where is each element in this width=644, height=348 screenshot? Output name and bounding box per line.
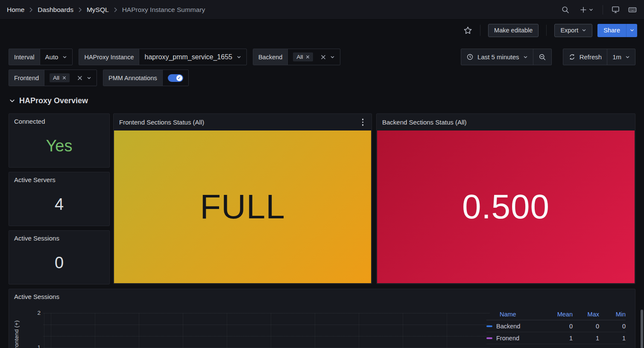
legend-mean: 0 [546, 323, 573, 330]
legend-row-backend: Backend 0 0 0 [486, 320, 626, 332]
variable-backend: Backend All [253, 49, 340, 65]
panel-connected: Connected Yes [9, 113, 110, 168]
pmm-annotations-label: PMM Annotations [103, 70, 163, 86]
actions-divider [480, 25, 480, 36]
section-title: HAProxy Overview [19, 96, 88, 105]
clock-icon [466, 53, 474, 61]
refresh-picker: Refresh 1m [563, 49, 635, 65]
clear-selection-icon[interactable] [77, 75, 82, 81]
panel-active-servers: Active Servers 4 [9, 172, 110, 226]
breadcrumb-dashboards[interactable]: Dashboards [38, 6, 73, 14]
panel-title[interactable]: Active Sessions [9, 231, 109, 242]
legend-header-max[interactable]: Max [573, 311, 599, 318]
pmm-annotations-toggle[interactable]: ✓ [168, 74, 183, 82]
legend-max: 1 [573, 335, 599, 342]
keyboard-icon[interactable] [628, 5, 637, 14]
legend-header-min[interactable]: Min [599, 311, 626, 318]
legend-row-fronend: Fronend 1 1 1 [486, 332, 626, 344]
backend-chip-label: All [296, 54, 303, 60]
panel-menu-kebab-icon[interactable] [360, 117, 366, 128]
y-axis-tick: 2 [30, 310, 41, 316]
share-button-group: Share [597, 24, 637, 37]
chevron-down-icon [630, 29, 634, 32]
backend-select[interactable]: All [288, 49, 340, 65]
close-icon[interactable] [306, 55, 310, 59]
panel-title[interactable]: Backend Sections Status (All) [382, 119, 467, 126]
frontend-label: Frontend [9, 70, 44, 86]
refresh-label: Refresh [580, 53, 602, 61]
panel-frontend-sections-status: Frontend Sections Status (All) FULL [113, 113, 372, 284]
legend-header-row: Name Mean Max Min [486, 309, 626, 320]
legend-header-name[interactable]: Name [486, 311, 546, 318]
variable-interval: Interval Auto [9, 49, 73, 65]
legend-min: 1 [599, 335, 626, 342]
interval-label: Interval [9, 49, 40, 65]
zoom-out-icon [539, 53, 546, 61]
legend-mean: 1 [546, 335, 573, 342]
legend-header-mean[interactable]: Mean [546, 311, 573, 318]
export-button-label: Export [560, 27, 578, 34]
interval-value: Auto [45, 53, 59, 61]
time-range-button[interactable]: Last 5 minutes [461, 49, 533, 65]
pmm-annotations-toggle-wrap: ✓ [163, 70, 188, 86]
panel-active-sessions-stat: Active Sessions 0 [9, 230, 110, 284]
panel-title[interactable]: Connected [9, 114, 109, 125]
stat-value-active-sessions: 0 [55, 254, 64, 272]
haproxy-instance-label: HAProxy Instance [79, 49, 139, 65]
breadcrumb: Home Dashboards MySQL HAProxy Instance S… [7, 6, 205, 14]
star-icon[interactable] [463, 26, 472, 35]
interval-select[interactable]: Auto [40, 49, 73, 65]
chevron-right-icon [78, 7, 82, 12]
frontend-chip-label: All [53, 75, 59, 81]
chevron-down-icon [523, 55, 528, 59]
panel-active-sessions-chart: Active Sessions Frontend (+) 2 1 Name Me… [9, 289, 635, 348]
zoom-out-button[interactable] [533, 49, 551, 65]
share-menu-caret[interactable] [626, 24, 637, 37]
chevron-down-icon [330, 55, 335, 59]
series-name-backend[interactable]: Backend [496, 323, 520, 330]
panel-backend-sections-status: Backend Sections Status (All) 0.500 [376, 113, 635, 284]
chevron-down-icon [9, 99, 15, 103]
export-button[interactable]: Export [554, 24, 592, 37]
legend-min: 0 [599, 323, 626, 330]
new-plus-icon[interactable] [578, 5, 595, 14]
series-name-fronend[interactable]: Fronend [496, 335, 519, 342]
haproxy-instance-select[interactable]: haproxy_pmm_service_1655 [139, 49, 246, 65]
refresh-interval-select[interactable]: 1m [607, 49, 635, 65]
frontend-select[interactable]: All [44, 70, 97, 86]
refresh-button[interactable]: Refresh [563, 49, 607, 65]
chevron-down-icon [62, 55, 67, 59]
clear-selection-icon[interactable] [321, 55, 326, 60]
chevron-down-icon [582, 29, 586, 32]
monitor-icon[interactable] [611, 5, 620, 14]
chart-plot-area[interactable] [43, 313, 490, 348]
dashboard-actions-bar: Make editable Export Share [0, 20, 644, 41]
time-picker: Last 5 minutes [461, 49, 552, 65]
frontend-chip-all[interactable]: All [50, 73, 70, 82]
stat-value-connected: Yes [46, 137, 73, 155]
breadcrumb-home[interactable]: Home [7, 6, 24, 14]
stat-background: FULL [114, 130, 371, 283]
dashboard-controls: Interval Auto HAProxy Instance haproxy_p… [9, 49, 635, 86]
search-icon[interactable] [561, 5, 570, 14]
panel-title[interactable]: Active Servers [9, 172, 109, 183]
actions-divider [546, 25, 547, 36]
chevron-right-icon [114, 7, 117, 12]
stat-value-frontend-status: FULL [200, 187, 285, 226]
row-haproxy-overview[interactable]: HAProxy Overview [9, 96, 88, 105]
breadcrumb-mysql[interactable]: MySQL [87, 6, 109, 14]
panel-title[interactable]: Frontend Sections Status (All) [119, 119, 204, 126]
variable-frontend: Frontend All [9, 70, 97, 86]
breadcrumb-bar: Home Dashboards MySQL HAProxy Instance S… [0, 0, 644, 20]
backend-chip-all[interactable]: All [293, 52, 313, 61]
backend-label: Backend [253, 49, 288, 65]
panel-title[interactable]: Active Sessions [14, 293, 59, 300]
refresh-icon [568, 53, 576, 61]
close-icon[interactable] [62, 76, 66, 80]
series-swatch-fronend [486, 337, 492, 339]
breadcrumb-current: HAProxy Instance Summary [122, 6, 205, 14]
make-editable-button[interactable]: Make editable [488, 24, 539, 37]
share-button[interactable]: Share [597, 24, 626, 37]
page-scrollbar-thumb[interactable] [641, 310, 643, 348]
pmm-annotations-control: PMM Annotations ✓ [103, 70, 189, 86]
